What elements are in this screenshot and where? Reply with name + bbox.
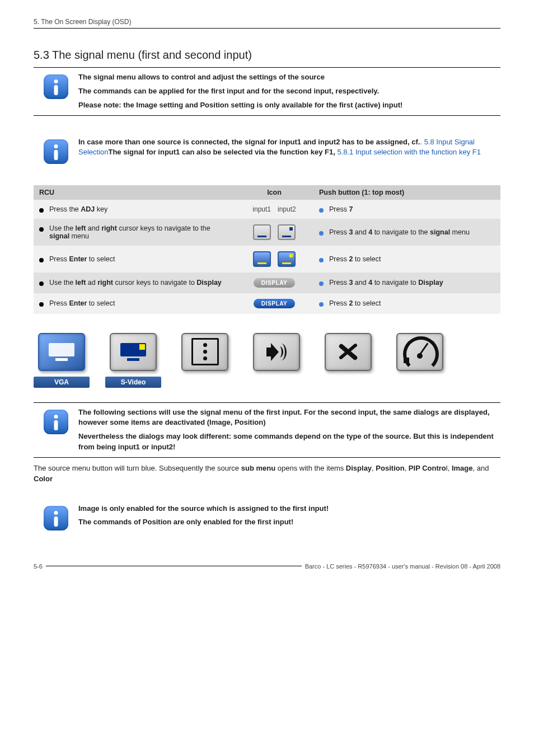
osd-gauge-icon <box>396 333 443 371</box>
osd-menu-icon <box>181 333 228 371</box>
bullet-icon <box>319 281 324 286</box>
info-block-sections: The following sections will use the sign… <box>34 402 500 458</box>
signal-grey-pip-icon <box>278 224 296 240</box>
link-f1-input-selection[interactable]: 5.8.1 Input selection with the function … <box>337 148 481 156</box>
section-title: 5.3 The signal menu (first and second in… <box>34 49 500 62</box>
rcu-step-text: Press Enter to select <box>49 299 229 307</box>
push-step-text: Press 3 and 4 to navigate to the signal … <box>329 228 495 236</box>
footer-rule <box>46 566 302 566</box>
info3-line2: Nevertheless the dialogs may look differ… <box>78 431 500 453</box>
col-header-icon: Icon <box>235 185 313 200</box>
bullet-icon <box>319 258 324 262</box>
bullet-icon <box>319 302 324 307</box>
icon-label-input1: input1 <box>252 205 271 213</box>
breadcrumb: 5. The On Screen Display (OSD) <box>34 18 500 29</box>
bullet-icon <box>39 281 44 286</box>
bullet-icon <box>39 227 44 232</box>
osd-icon-row <box>34 333 500 371</box>
footer-text: Barco - LC series - R5976934 - user's ma… <box>305 563 500 570</box>
bullet-icon <box>39 208 44 213</box>
table-row: Use the left ad right cursor keys to nav… <box>34 273 500 293</box>
push-step-text: Press 2 to select <box>329 299 495 307</box>
info-icon <box>44 410 68 434</box>
rcu-step-text: Press Enter to select <box>49 255 229 263</box>
rcu-step-text: Use the left ad right cursor keys to nav… <box>49 279 229 287</box>
steps-table: RCU Icon Push button (1: top most) Press… <box>34 185 500 314</box>
table-row: Use the left and right cursor keys to na… <box>34 219 500 246</box>
table-row: Press the ADJ key input1 input2 Press 7 <box>34 200 500 219</box>
signal-grey-icon <box>253 224 271 240</box>
info4-line2: The commands of Position are only enable… <box>78 517 500 528</box>
display-pill-grey: DISPLAY <box>254 278 296 288</box>
info2-mid: The signal for input1 can also be select… <box>108 148 337 156</box>
info-block-image-position: Image is only enabled for the source whi… <box>34 499 500 535</box>
icon-label-input2: input2 <box>278 205 296 213</box>
info3-line1: The following sections will use the sign… <box>78 407 500 429</box>
table-row: Press Enter to select DISPLAY Press 2 to… <box>34 293 500 314</box>
osd-signal-icon <box>38 333 85 371</box>
push-step-text: Press 2 to select <box>329 255 495 263</box>
submenu-paragraph: The source menu button will turn blue. S… <box>34 463 500 485</box>
info-block-signal-menu: The signal menu allows to control and ad… <box>34 67 500 116</box>
info-block-multi-source: In case more than one source is connecte… <box>34 133 500 168</box>
osd-label-svideo: S-Video <box>105 377 161 388</box>
osd-tools-icon <box>325 333 372 371</box>
col-header-push: Push button (1: top most) <box>313 185 500 200</box>
signal-blue-pip-icon <box>278 251 296 267</box>
info-icon <box>44 506 68 530</box>
table-row: Press Enter to select Press 2 to select <box>34 246 500 273</box>
display-pill-blue: DISPLAY <box>254 299 296 308</box>
col-header-rcu: RCU <box>34 185 235 200</box>
info1-line1: The signal menu allows to control and ad… <box>78 72 500 83</box>
push-step-text: Press 7 <box>329 205 495 213</box>
info1-line3: Please note: the Image setting and Posit… <box>78 100 500 111</box>
osd-audio-icon <box>253 333 300 371</box>
bullet-icon <box>319 208 324 213</box>
osd-signal-pip-icon <box>110 333 157 371</box>
info2-pre: In case more than one source is connecte… <box>78 138 420 146</box>
osd-label-row: VGA S-Video <box>34 377 500 388</box>
info4-line1: Image is only enabled for the source whi… <box>78 504 500 514</box>
info-icon <box>44 139 68 164</box>
signal-blue-icon <box>253 251 271 267</box>
info-icon <box>44 74 68 99</box>
osd-label-vga: VGA <box>34 377 90 388</box>
page-number: 5-6 <box>34 563 43 570</box>
push-step-text: Press 3 and 4 to navigate to Display <box>329 279 495 287</box>
bullet-icon <box>319 231 324 236</box>
rcu-step-text: Use the left and right cursor keys to na… <box>49 224 229 240</box>
bullet-icon <box>39 302 44 307</box>
page-footer: 5-6 Barco - LC series - R5976934 - user'… <box>34 563 500 570</box>
info1-line2: The commands can be applied for the firs… <box>78 86 500 97</box>
bullet-icon <box>39 258 44 262</box>
rcu-step-text: Press the ADJ key <box>49 205 229 213</box>
